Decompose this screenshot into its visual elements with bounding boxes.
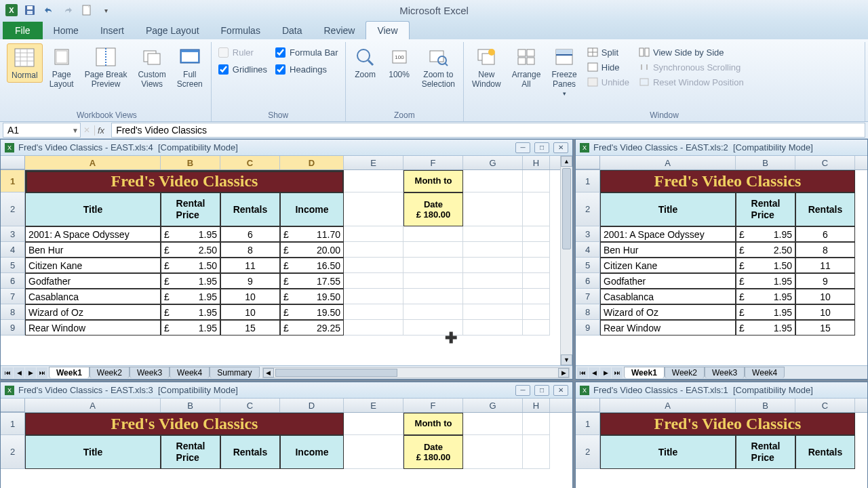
header-title[interactable]: Title <box>25 192 161 226</box>
sheet-nav-3[interactable]: ⏭ <box>37 367 47 378</box>
minimize-button[interactable]: ─ <box>515 385 530 396</box>
col-header-B[interactable]: B <box>736 399 795 412</box>
row-header-9[interactable]: 9 <box>576 320 600 336</box>
page-break-preview-button[interactable]: Page Break Preview <box>81 43 132 91</box>
cell-title-6[interactable]: Godfather <box>600 273 736 289</box>
cell-title-7[interactable]: Casablanca <box>25 289 161 304</box>
row-header-2[interactable]: 2 <box>576 435 600 469</box>
row-header-8[interactable]: 8 <box>1 304 25 320</box>
row-header-5[interactable]: 5 <box>576 258 600 273</box>
col-header-D[interactable]: D <box>280 399 344 412</box>
cell-title-7[interactable]: Casablanca <box>600 289 736 304</box>
qat-customize-icon[interactable]: ▾ <box>99 3 113 17</box>
header-title[interactable]: Title <box>600 435 736 469</box>
new-window-button[interactable]: New Window <box>468 43 505 91</box>
col-header-H[interactable]: H <box>523 156 550 169</box>
col-header-F[interactable]: F <box>403 399 463 412</box>
undo-icon[interactable] <box>42 3 56 17</box>
full-screen-button[interactable]: Full Screen <box>173 43 207 91</box>
sheet-tab-summary[interactable]: Summary <box>210 367 259 378</box>
row-header-6[interactable]: 6 <box>1 273 25 289</box>
cell-price-6[interactable]: £1.95 <box>161 273 220 289</box>
hide-button[interactable]: Hide <box>585 61 631 73</box>
sheet-tab-week1[interactable]: Week1 <box>624 367 665 378</box>
cell-price-7[interactable]: £1.95 <box>736 289 795 304</box>
freeze-panes-button[interactable]: Freeze Panes▾ <box>547 43 580 99</box>
cell-rentals-4[interactable]: 8 <box>795 242 855 258</box>
sheet-tab-week2[interactable]: Week2 <box>90 367 130 378</box>
title-cell[interactable]: Fred's Video Classics <box>25 170 344 192</box>
sheet-nav-3[interactable]: ⏭ <box>612 367 623 378</box>
tab-insert[interactable]: Insert <box>90 22 135 39</box>
cell-rentals-7[interactable]: 10 <box>795 289 855 304</box>
header-price[interactable]: Rental Price <box>736 192 795 226</box>
header-price[interactable]: Rental Price <box>161 192 220 226</box>
row-header-4[interactable]: 4 <box>1 242 25 258</box>
name-box[interactable]: A1▼ <box>3 123 81 138</box>
header-price[interactable]: Rental Price <box>161 435 220 469</box>
sheet-tab-week1[interactable]: Week1 <box>49 367 90 378</box>
sheet-nav-2[interactable]: ▶ <box>600 367 611 378</box>
cell-title-5[interactable]: Citizen Kane <box>600 258 736 273</box>
normal-view-button[interactable]: Normal <box>7 43 43 83</box>
cell-price-3[interactable]: £1.95 <box>736 226 795 242</box>
cell-rentals-3[interactable]: 6 <box>220 226 280 242</box>
title-cell[interactable]: Fred's Video Classics <box>600 170 855 192</box>
col-header-B[interactable]: B <box>736 156 795 169</box>
col-header-G[interactable]: G <box>463 399 523 412</box>
file-tab[interactable]: File <box>3 22 43 39</box>
minimize-button[interactable]: ─ <box>515 142 530 153</box>
row-header-1[interactable]: 1 <box>1 413 25 435</box>
cell-price-6[interactable]: £1.95 <box>736 273 795 289</box>
cell-rentals-5[interactable]: 11 <box>795 258 855 273</box>
cell-price-5[interactable]: £1.50 <box>161 258 220 273</box>
redo-icon[interactable] <box>61 3 75 17</box>
cell-rentals-3[interactable]: 6 <box>795 226 855 242</box>
header-rentals[interactable]: Rentals <box>795 192 855 226</box>
cell-rentals-9[interactable]: 15 <box>795 320 855 336</box>
cell-price-9[interactable]: £1.95 <box>161 320 220 336</box>
sheet-tab-week3[interactable]: Week3 <box>705 367 745 378</box>
col-header-B[interactable]: B <box>161 156 220 169</box>
scroll-down-icon[interactable]: ▼ <box>561 354 572 365</box>
col-header-D[interactable]: D <box>280 156 344 169</box>
cell-price-8[interactable]: £1.95 <box>736 304 795 320</box>
cell-price-4[interactable]: £2.50 <box>736 242 795 258</box>
row-header-6[interactable]: 6 <box>576 273 600 289</box>
cell-title-6[interactable]: Godfather <box>25 273 161 289</box>
sheet-nav-1[interactable]: ◀ <box>14 367 24 378</box>
col-header-E[interactable]: E <box>344 399 403 412</box>
custom-views-button[interactable]: Custom Views <box>134 43 170 91</box>
row-header-8[interactable]: 8 <box>576 304 600 320</box>
vertical-scrollbar[interactable]: ▲ ▼ <box>560 156 572 365</box>
col-header-A[interactable]: A <box>25 399 161 412</box>
row-header-7[interactable]: 7 <box>1 289 25 304</box>
cell-price-9[interactable]: £1.95 <box>736 320 795 336</box>
scroll-left-icon[interactable]: ◀ <box>263 368 274 378</box>
cell-title-5[interactable]: Citizen Kane <box>25 258 161 273</box>
col-header-E[interactable]: E <box>344 156 403 169</box>
col-header-C[interactable]: C <box>220 399 280 412</box>
row-header-7[interactable]: 7 <box>576 289 600 304</box>
arrange-all-button[interactable]: Arrange All <box>508 43 545 91</box>
select-all-corner[interactable] <box>1 399 25 412</box>
row-header-1[interactable]: 1 <box>576 170 600 192</box>
col-header-A[interactable]: A <box>600 156 736 169</box>
cell-title-3[interactable]: 2001: A Space Odyssey <box>25 226 161 242</box>
cell-rentals-4[interactable]: 8 <box>220 242 280 258</box>
month-to-date-value[interactable]: Date£ 180.00 <box>403 192 463 226</box>
title-cell[interactable]: Fred's Video Classics <box>600 413 855 435</box>
cell-income-8[interactable]: £19.50 <box>280 304 344 320</box>
page-layout-button[interactable]: Page Layout <box>45 43 78 91</box>
fx-button[interactable]: fx <box>94 125 107 136</box>
scroll-right-icon[interactable]: ▶ <box>558 368 569 378</box>
close-button[interactable]: ✕ <box>553 142 568 153</box>
child-titlebar-2[interactable]: X Fred's Video Classics - EAST.xls:2 [Co… <box>576 140 867 156</box>
row-header-2[interactable]: 2 <box>1 192 25 226</box>
child-titlebar-1[interactable]: X Fred's Video Classics - EAST.xls:1 [Co… <box>576 382 867 399</box>
sheet-nav-1[interactable]: ◀ <box>589 367 599 378</box>
cell-rentals-7[interactable]: 10 <box>220 289 280 304</box>
cell-income-4[interactable]: £20.00 <box>280 242 344 258</box>
row-header-3[interactable]: 3 <box>576 226 600 242</box>
cell-income-9[interactable]: £29.25 <box>280 320 344 336</box>
